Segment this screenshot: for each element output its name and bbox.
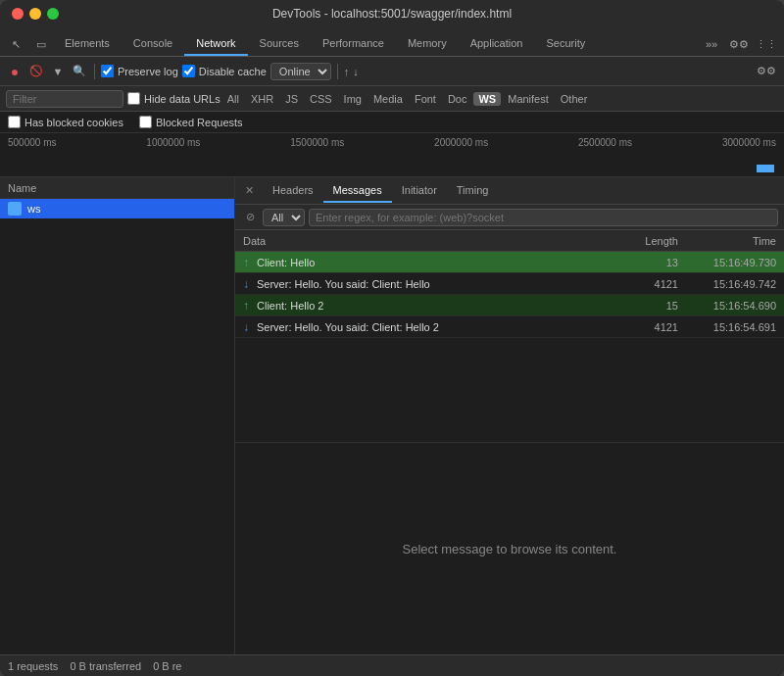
message-row-3[interactable]: ↓ Server: Hello. You said: Client: Hello… [235, 316, 784, 338]
record-button[interactable]: ● [6, 63, 24, 80]
tab-messages[interactable]: Messages [323, 179, 392, 203]
preserve-log-checkbox[interactable] [101, 65, 114, 77]
stop-button[interactable]: 🚫 [27, 63, 45, 80]
top-tab-bar: ↖ ▭ Elements Console Network Sources Per… [0, 27, 784, 57]
more-options-icon[interactable]: ⋮ [755, 32, 778, 56]
close-button[interactable] [12, 8, 24, 20]
status-resources: 0 B re [153, 660, 181, 672]
tab-network[interactable]: Network [184, 32, 247, 56]
timeline-label-2: 1000000 ms [146, 137, 200, 148]
timeline-label-3: 1500000 ms [290, 137, 344, 148]
request-item-ws[interactable]: ws [0, 199, 234, 218]
import-icon[interactable]: ↑ [344, 66, 350, 77]
window-title: DevTools - localhost:5001/swagger/index.… [272, 7, 512, 21]
request-name-ws: ws [27, 203, 40, 215]
clear-messages-icon[interactable]: ⊘ [241, 209, 259, 226]
filter-img[interactable]: Img [339, 92, 367, 106]
separator-1 [94, 64, 95, 79]
regex-input[interactable] [309, 209, 778, 226]
search-button[interactable]: 🔍 [71, 63, 88, 80]
tab-elements[interactable]: Elements [53, 32, 122, 56]
msg-data-0: Client: Hello [257, 257, 619, 268]
timeline-label-4: 2000000 ms [434, 137, 488, 148]
filter-button[interactable]: ▼ [49, 63, 67, 80]
arrow-down-icon-1: ↓ [243, 277, 257, 291]
filter-bar: Hide data URLs All XHR JS CSS Img Media … [0, 86, 784, 112]
filter-css[interactable]: CSS [305, 92, 337, 106]
msg-length-3: 4121 [619, 321, 678, 333]
tab-headers[interactable]: Headers [263, 179, 323, 203]
devtools-container: ↖ ▭ Elements Console Network Sources Per… [0, 27, 784, 676]
more-tabs-icon[interactable]: » [700, 32, 723, 56]
messages-table-header: Data Length Time [235, 230, 784, 252]
preserve-log-label[interactable]: Preserve log [101, 65, 178, 77]
msg-data-3: Server: Hello. You said: Client: Hello 2 [257, 321, 619, 333]
close-panel-icon[interactable]: ✕ [239, 181, 259, 201]
checkboxes-bar: Has blocked cookies Blocked Requests [0, 112, 784, 133]
traffic-lights [12, 8, 59, 20]
tab-console[interactable]: Console [122, 32, 184, 56]
tab-performance[interactable]: Performance [311, 32, 396, 56]
tab-initiator[interactable]: Initiator [392, 179, 447, 203]
timeline-bar [757, 165, 774, 172]
tab-sources[interactable]: Sources [248, 32, 311, 56]
network-settings-icon[interactable]: ⚙ [755, 60, 778, 83]
col-header-length: Length [619, 235, 678, 247]
filter-js[interactable]: JS [280, 92, 303, 106]
filter-other[interactable]: Other [556, 92, 593, 106]
arrow-down-icon-3: ↓ [243, 320, 257, 334]
timeline-area: 500000 ms 1000000 ms 1500000 ms 2000000 … [0, 133, 784, 177]
timeline-label-5: 2500000 ms [578, 137, 632, 148]
messages-direction-select[interactable]: All [263, 209, 305, 226]
settings-icon[interactable]: ⚙ [727, 32, 751, 56]
disable-cache-label[interactable]: Disable cache [182, 65, 267, 77]
tab-application[interactable]: Application [459, 32, 535, 56]
message-row-1[interactable]: ↓ Server: Hello. You said: Client: Hello… [235, 273, 784, 295]
requests-header: Name [0, 177, 234, 199]
tab-memory[interactable]: Memory [396, 32, 459, 56]
tab-security[interactable]: Security [534, 32, 597, 56]
blocked-cookies-checkbox[interactable] [8, 116, 21, 128]
blocked-requests-label[interactable]: Blocked Requests [139, 116, 243, 128]
filter-manifest[interactable]: Manifest [503, 92, 554, 106]
timeline-label-6: 3000000 ms [722, 137, 776, 148]
device-icon[interactable]: ▭ [29, 32, 53, 56]
tab-timing[interactable]: Timing [447, 179, 499, 203]
tab-bar-left: ↖ ▭ [0, 32, 53, 56]
throttle-select[interactable]: Online [270, 63, 331, 80]
col-header-data: Data [243, 235, 619, 247]
minimize-button[interactable] [29, 8, 41, 20]
maximize-button[interactable] [47, 8, 59, 20]
hide-data-urls-label[interactable]: Hide data URLs [127, 92, 220, 105]
tab-list: Elements Console Network Sources Perform… [53, 32, 597, 56]
status-bar: 1 requests 0 B transferred 0 B re [0, 654, 784, 676]
filter-input[interactable] [6, 90, 123, 108]
arrow-up-icon-0: ↑ [243, 256, 257, 269]
blocked-requests-checkbox[interactable] [139, 116, 152, 128]
msg-length-2: 15 [619, 300, 678, 312]
filter-all[interactable]: All [222, 92, 244, 106]
message-row-0[interactable]: ↑ Client: Hello 13 15:16:49.730 [235, 252, 784, 273]
filter-font[interactable]: Font [410, 92, 441, 106]
hide-data-urls-checkbox[interactable] [127, 92, 140, 105]
cursor-icon[interactable]: ↖ [4, 32, 27, 56]
panel-tabs: ✕ Headers Messages Initiator Timing [235, 177, 784, 205]
select-message-text: Select message to browse its content. [403, 542, 617, 556]
filter-doc[interactable]: Doc [443, 92, 472, 106]
tabs-right: » ⚙ ⋮ [700, 32, 784, 56]
filter-media[interactable]: Media [368, 92, 408, 106]
status-requests: 1 requests [8, 660, 58, 672]
timeline-label-1: 500000 ms [8, 137, 56, 148]
blocked-cookies-label[interactable]: Has blocked cookies [8, 116, 123, 128]
col-header-time: Time [678, 235, 776, 247]
filter-ws[interactable]: WS [473, 92, 501, 106]
status-transferred: 0 B transferred [70, 660, 141, 672]
export-icon[interactable]: ↓ [353, 66, 359, 77]
message-row-2[interactable]: ↑ Client: Hello 2 15 15:16:54.690 [235, 295, 784, 316]
main-content: Name ws ✕ Headers Messages Initiator Tim… [0, 177, 784, 654]
msg-data-1: Server: Hello. You said: Client: Hello [257, 278, 619, 290]
msg-time-3: 15:16:54.691 [678, 321, 776, 333]
right-panel: ✕ Headers Messages Initiator Timing ⊘ Al… [235, 177, 784, 654]
disable-cache-checkbox[interactable] [182, 65, 195, 77]
filter-xhr[interactable]: XHR [246, 92, 278, 106]
